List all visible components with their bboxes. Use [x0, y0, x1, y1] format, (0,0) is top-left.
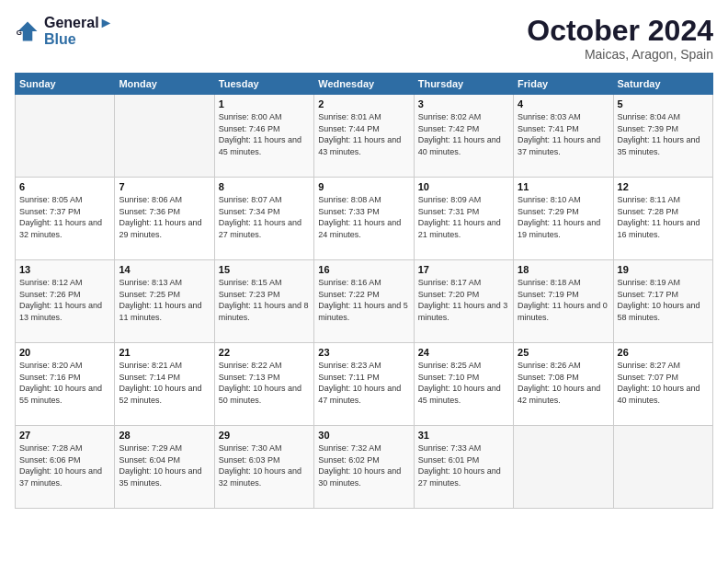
day-detail: Sunrise: 8:18 AMSunset: 7:19 PMDaylight:…: [518, 277, 609, 323]
day-number: 28: [119, 430, 210, 441]
day-detail: Sunrise: 8:08 AMSunset: 7:33 PMDaylight:…: [318, 194, 409, 240]
calendar-cell: 4 Sunrise: 8:03 AMSunset: 7:41 PMDayligh…: [514, 95, 613, 178]
svg-text:G: G: [17, 29, 22, 37]
calendar-cell: [16, 95, 115, 178]
day-detail: Sunrise: 7:33 AMSunset: 6:01 PMDaylight:…: [418, 442, 509, 488]
calendar-cell: 22 Sunrise: 8:22 AMSunset: 7:13 PMDaylig…: [214, 343, 313, 426]
day-detail: Sunrise: 8:11 AMSunset: 7:28 PMDaylight:…: [618, 194, 709, 240]
calendar-cell: 14 Sunrise: 8:13 AMSunset: 7:25 PMDaylig…: [115, 260, 214, 343]
day-number: 3: [418, 98, 509, 109]
day-number: 6: [19, 181, 110, 192]
day-number: 24: [418, 347, 509, 358]
day-detail: Sunrise: 8:16 AMSunset: 7:22 PMDaylight:…: [318, 277, 409, 323]
day-number: 19: [618, 264, 709, 275]
day-number: 10: [418, 181, 509, 192]
weekday-header-wednesday: Wednesday: [314, 74, 414, 95]
calendar-week-2: 6 Sunrise: 8:05 AMSunset: 7:37 PMDayligh…: [16, 178, 713, 260]
calendar-cell: 21 Sunrise: 8:21 AMSunset: 7:14 PMDaylig…: [115, 343, 214, 426]
day-detail: Sunrise: 8:06 AMSunset: 7:36 PMDaylight:…: [119, 194, 210, 240]
weekday-header-tuesday: Tuesday: [214, 74, 313, 95]
calendar-cell: 15 Sunrise: 8:15 AMSunset: 7:23 PMDaylig…: [214, 260, 313, 343]
calendar-cell: 8 Sunrise: 8:07 AMSunset: 7:34 PMDayligh…: [214, 178, 313, 260]
logo-text: General► Blue: [44, 15, 113, 48]
day-number: 18: [518, 264, 609, 275]
day-number: 27: [19, 430, 110, 441]
day-number: 5: [618, 98, 709, 109]
calendar-cell: 11 Sunrise: 8:10 AMSunset: 7:29 PMDaylig…: [514, 178, 613, 260]
day-number: 23: [318, 347, 409, 358]
calendar-cell: 31 Sunrise: 7:33 AMSunset: 6:01 PMDaylig…: [414, 426, 513, 509]
calendar-cell: [514, 426, 613, 509]
day-detail: Sunrise: 8:23 AMSunset: 7:11 PMDaylight:…: [318, 360, 409, 406]
day-number: 7: [119, 181, 210, 192]
calendar-cell: 30 Sunrise: 7:32 AMSunset: 6:02 PMDaylig…: [314, 426, 414, 509]
day-number: 30: [318, 430, 409, 441]
day-detail: Sunrise: 8:20 AMSunset: 7:16 PMDaylight:…: [19, 360, 110, 406]
day-detail: Sunrise: 8:00 AMSunset: 7:46 PMDaylight:…: [219, 111, 310, 157]
calendar-cell: 5 Sunrise: 8:04 AMSunset: 7:39 PMDayligh…: [613, 95, 712, 178]
day-number: 12: [618, 181, 709, 192]
logo-icon: G: [15, 18, 40, 44]
day-number: 29: [219, 430, 310, 441]
day-detail: Sunrise: 8:01 AMSunset: 7:44 PMDaylight:…: [318, 111, 409, 157]
day-detail: Sunrise: 8:10 AMSunset: 7:29 PMDaylight:…: [518, 194, 609, 240]
day-detail: Sunrise: 8:19 AMSunset: 7:17 PMDaylight:…: [618, 277, 709, 323]
day-detail: Sunrise: 8:17 AMSunset: 7:20 PMDaylight:…: [418, 277, 509, 323]
calendar-cell: 2 Sunrise: 8:01 AMSunset: 7:44 PMDayligh…: [314, 95, 414, 178]
day-number: 11: [518, 181, 609, 192]
day-detail: Sunrise: 7:29 AMSunset: 6:04 PMDaylight:…: [119, 442, 210, 488]
calendar-cell: 25 Sunrise: 8:26 AMSunset: 7:08 PMDaylig…: [514, 343, 613, 426]
calendar-cell: 7 Sunrise: 8:06 AMSunset: 7:36 PMDayligh…: [115, 178, 214, 260]
calendar-cell: 12 Sunrise: 8:11 AMSunset: 7:28 PMDaylig…: [613, 178, 712, 260]
day-number: 2: [318, 98, 409, 109]
day-detail: Sunrise: 8:27 AMSunset: 7:07 PMDaylight:…: [618, 360, 709, 406]
day-detail: Sunrise: 8:26 AMSunset: 7:08 PMDaylight:…: [518, 360, 609, 406]
day-number: 26: [618, 347, 709, 358]
day-number: 22: [219, 347, 310, 358]
title-block: October 2024 Maicas, Aragon, Spain: [527, 15, 713, 62]
day-detail: Sunrise: 8:07 AMSunset: 7:34 PMDaylight:…: [219, 194, 310, 240]
calendar-week-3: 13 Sunrise: 8:12 AMSunset: 7:26 PMDaylig…: [16, 260, 713, 343]
calendar-cell: 3 Sunrise: 8:02 AMSunset: 7:42 PMDayligh…: [414, 95, 513, 178]
calendar-cell: 13 Sunrise: 8:12 AMSunset: 7:26 PMDaylig…: [16, 260, 115, 343]
day-detail: Sunrise: 8:05 AMSunset: 7:37 PMDaylight:…: [19, 194, 110, 240]
logo: G General► Blue: [15, 15, 113, 48]
calendar-cell: 9 Sunrise: 8:08 AMSunset: 7:33 PMDayligh…: [314, 178, 414, 260]
calendar-cell: 20 Sunrise: 8:20 AMSunset: 7:16 PMDaylig…: [16, 343, 115, 426]
calendar-week-1: 1 Sunrise: 8:00 AMSunset: 7:46 PMDayligh…: [16, 95, 713, 178]
day-detail: Sunrise: 8:15 AMSunset: 7:23 PMDaylight:…: [219, 277, 310, 323]
day-number: 31: [418, 430, 509, 441]
calendar-cell: 23 Sunrise: 8:23 AMSunset: 7:11 PMDaylig…: [314, 343, 414, 426]
calendar-cell: 24 Sunrise: 8:25 AMSunset: 7:10 PMDaylig…: [414, 343, 513, 426]
day-number: 4: [518, 98, 609, 109]
calendar-cell: [613, 426, 712, 509]
calendar-table: SundayMondayTuesdayWednesdayThursdayFrid…: [15, 73, 713, 509]
calendar-cell: 29 Sunrise: 7:30 AMSunset: 6:03 PMDaylig…: [214, 426, 313, 509]
weekday-header-thursday: Thursday: [414, 74, 513, 95]
weekday-header-friday: Friday: [514, 74, 613, 95]
day-number: 20: [19, 347, 110, 358]
day-detail: Sunrise: 7:32 AMSunset: 6:02 PMDaylight:…: [318, 442, 409, 488]
weekday-header-sunday: Sunday: [16, 74, 115, 95]
day-detail: Sunrise: 8:21 AMSunset: 7:14 PMDaylight:…: [119, 360, 210, 406]
day-detail: Sunrise: 8:02 AMSunset: 7:42 PMDaylight:…: [418, 111, 509, 157]
day-detail: Sunrise: 8:04 AMSunset: 7:39 PMDaylight:…: [618, 111, 709, 157]
day-detail: Sunrise: 8:09 AMSunset: 7:31 PMDaylight:…: [418, 194, 509, 240]
calendar-cell: 1 Sunrise: 8:00 AMSunset: 7:46 PMDayligh…: [214, 95, 313, 178]
month-title: October 2024: [527, 15, 713, 47]
day-detail: Sunrise: 7:30 AMSunset: 6:03 PMDaylight:…: [219, 442, 310, 488]
calendar-cell: 19 Sunrise: 8:19 AMSunset: 7:17 PMDaylig…: [613, 260, 712, 343]
day-number: 17: [418, 264, 509, 275]
calendar-cell: 27 Sunrise: 7:28 AMSunset: 6:06 PMDaylig…: [16, 426, 115, 509]
location-subtitle: Maicas, Aragon, Spain: [527, 47, 713, 62]
day-number: 25: [518, 347, 609, 358]
day-detail: Sunrise: 7:28 AMSunset: 6:06 PMDaylight:…: [19, 442, 110, 488]
page-header: G General► Blue October 2024 Maicas, Ara…: [15, 15, 713, 62]
day-number: 16: [318, 264, 409, 275]
calendar-week-5: 27 Sunrise: 7:28 AMSunset: 6:06 PMDaylig…: [16, 426, 713, 509]
day-detail: Sunrise: 8:25 AMSunset: 7:10 PMDaylight:…: [418, 360, 509, 406]
calendar-cell: 26 Sunrise: 8:27 AMSunset: 7:07 PMDaylig…: [613, 343, 712, 426]
day-detail: Sunrise: 8:12 AMSunset: 7:26 PMDaylight:…: [19, 277, 110, 323]
weekday-header-monday: Monday: [115, 74, 214, 95]
day-number: 13: [19, 264, 110, 275]
